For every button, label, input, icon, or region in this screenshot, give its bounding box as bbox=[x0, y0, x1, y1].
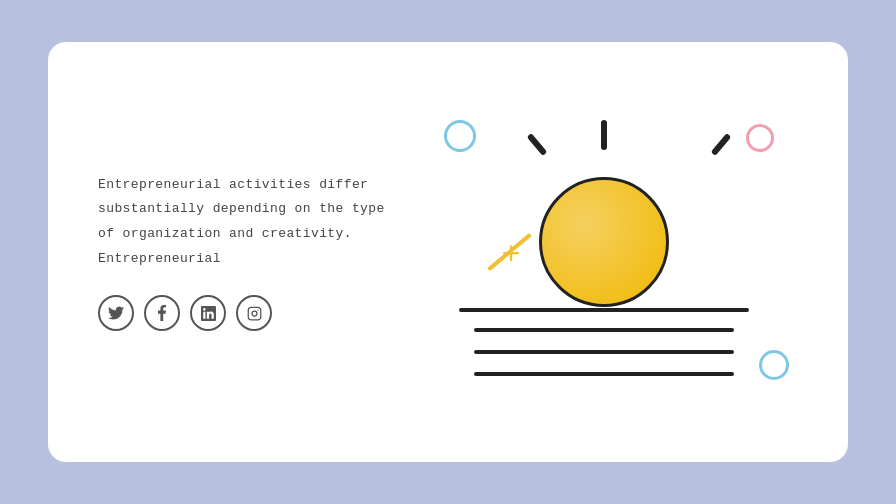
instagram-button[interactable] bbox=[236, 295, 272, 331]
yellow-plus: + bbox=[502, 237, 521, 274]
ground-line-2 bbox=[474, 350, 734, 354]
main-card: Entrepreneurial activities differ substa… bbox=[48, 42, 848, 462]
ground-line-1 bbox=[474, 328, 734, 332]
description-text: Entrepreneurial activities differ substa… bbox=[98, 173, 409, 272]
left-section: Entrepreneurial activities differ substa… bbox=[98, 173, 409, 332]
svg-rect-0 bbox=[248, 307, 261, 320]
facebook-button[interactable] bbox=[144, 295, 180, 331]
sun-ray-top-right bbox=[710, 133, 731, 156]
twitter-button[interactable] bbox=[98, 295, 134, 331]
sun-ray-top-left bbox=[526, 133, 547, 156]
horizon-line bbox=[459, 308, 749, 312]
svg-point-1 bbox=[252, 311, 257, 316]
sun-illustration: + bbox=[414, 102, 794, 402]
sun-body bbox=[539, 177, 669, 307]
sun-ray-top bbox=[601, 120, 607, 150]
deco-circle-blue-top bbox=[444, 120, 476, 152]
social-icons-row bbox=[98, 295, 409, 331]
svg-point-2 bbox=[257, 309, 258, 310]
deco-circle-pink-top bbox=[746, 124, 774, 152]
ground-line-3 bbox=[474, 372, 734, 376]
right-illustration: + bbox=[409, 92, 798, 412]
linkedin-button[interactable] bbox=[190, 295, 226, 331]
deco-circle-blue-bottom bbox=[759, 350, 789, 380]
